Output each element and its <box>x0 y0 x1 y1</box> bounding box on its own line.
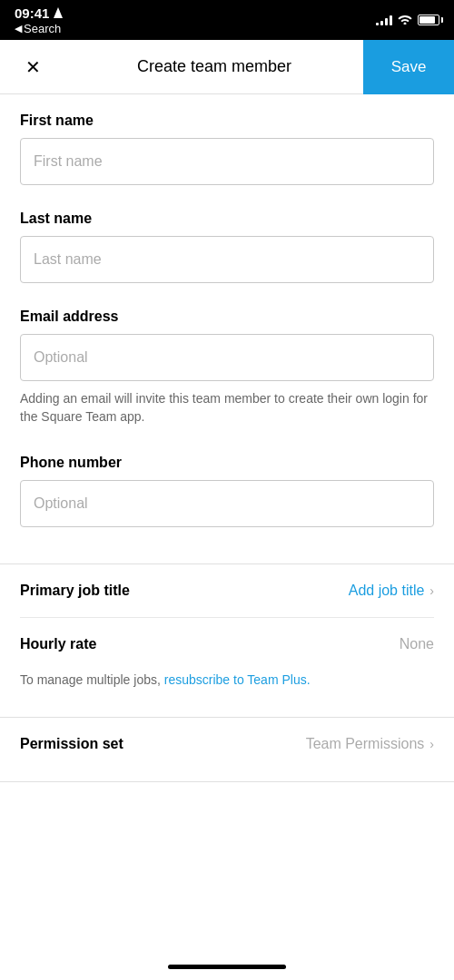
form-container: First name Last name Email address Addin… <box>0 94 454 782</box>
primary-job-title-label: Primary job title <box>20 583 130 599</box>
signal-icon <box>376 15 392 25</box>
first-name-section: First name <box>0 94 454 192</box>
divider-4 <box>0 781 454 782</box>
last-name-section: Last name <box>0 192 454 290</box>
phone-section: Phone number <box>0 436 454 534</box>
first-name-input[interactable] <box>20 138 434 185</box>
wifi-icon <box>398 14 412 27</box>
primary-job-title-right: Add job title › <box>349 583 434 599</box>
phone-label: Phone number <box>20 455 434 471</box>
last-name-label: Last name <box>20 211 434 227</box>
email-input[interactable] <box>20 334 434 381</box>
phone-input[interactable] <box>20 480 434 527</box>
last-name-input[interactable] <box>20 236 434 283</box>
email-label: Email address <box>20 309 434 325</box>
save-label: Save <box>391 58 427 76</box>
close-button[interactable]: ✕ <box>0 40 65 94</box>
hourly-rate-label: Hourly rate <box>20 636 96 652</box>
primary-job-title-row[interactable]: Primary job title Add job title › <box>0 564 454 617</box>
team-plus-link[interactable]: resubscribe to Team Plus. <box>164 672 311 687</box>
permission-set-right: Team Permissions › <box>306 736 434 752</box>
primary-job-title-value: Add job title <box>349 583 425 599</box>
status-icons <box>376 14 439 27</box>
hourly-rate-value: None <box>400 636 434 652</box>
save-button[interactable]: Save <box>363 40 454 94</box>
permission-set-row[interactable]: Permission set Team Permissions › <box>0 718 454 770</box>
hourly-rate-right: None <box>400 636 434 652</box>
status-time: 09:41 <box>15 5 63 21</box>
page-title: Create team member <box>65 57 363 76</box>
home-indicator <box>168 965 286 969</box>
battery-icon <box>418 15 439 25</box>
email-helper-text: Adding an email will invite this team me… <box>20 390 434 429</box>
permission-set-label: Permission set <box>20 736 123 752</box>
email-section: Email address Adding an email will invit… <box>0 290 454 436</box>
status-bar: 09:41 ◀ Search <box>0 0 454 40</box>
close-icon: ✕ <box>25 56 41 78</box>
chevron-right-icon: › <box>429 583 434 598</box>
permission-set-value: Team Permissions <box>306 736 425 752</box>
chevron-right-icon-2: › <box>429 737 434 751</box>
nav-bar: ✕ Create team member Save <box>0 40 454 94</box>
hourly-rate-row[interactable]: Hourly rate None <box>0 618 454 671</box>
status-search: ◀ Search <box>15 22 63 35</box>
svg-marker-0 <box>54 7 63 18</box>
manage-jobs-text: To manage multiple jobs, resubscribe to … <box>0 671 454 706</box>
first-name-label: First name <box>20 113 434 129</box>
